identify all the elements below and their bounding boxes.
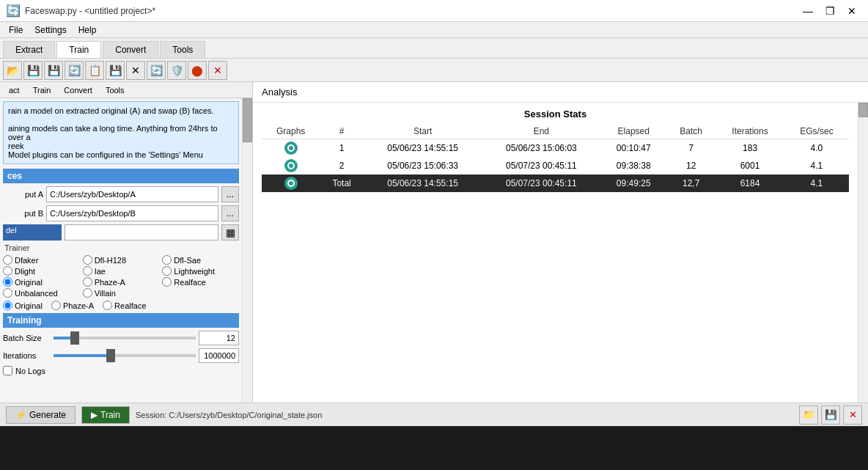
radio-villain[interactable]: Villain	[83, 288, 160, 298]
toolbar-btn-save3[interactable]: 💾	[106, 61, 125, 80]
graph-icon-inner-total	[287, 180, 295, 187]
cell-end-2: 05/07/23 00:45:11	[482, 157, 600, 175]
tab-tools[interactable]: Tools	[160, 41, 205, 58]
minimize-button[interactable]: —	[798, 4, 818, 18]
input-a-label: put A	[3, 190, 43, 199]
radio-dfl-h128[interactable]: Dfl-H128	[83, 255, 160, 265]
main-toolbar: 📂 💾 💾 🔄 📋 💾 ✕ 🔄 🛡️ ⬤ ✕	[0, 59, 868, 82]
graph-icon-total[interactable]	[284, 177, 298, 190]
toolbar-btn-save2[interactable]: 💾	[44, 61, 63, 80]
radio-original[interactable]: Original	[3, 277, 80, 287]
menu-file[interactable]: File	[3, 23, 29, 37]
col-start: Start	[364, 124, 482, 139]
left-scrollbar[interactable]	[242, 98, 252, 403]
train-button[interactable]: ▶ Train	[81, 406, 130, 424]
toolbar-btn-save[interactable]: 💾	[23, 61, 43, 80]
no-logs-checkbox[interactable]	[3, 366, 12, 375]
toolbar-btn-open[interactable]: 📂	[3, 61, 22, 80]
radio-lightweight[interactable]: Lightweight	[162, 266, 239, 276]
batch-size-slider[interactable]	[54, 337, 196, 339]
cell-egs-2: 4.1	[784, 157, 849, 175]
radio-phaze-a[interactable]: Phaze-A	[83, 277, 160, 287]
cell-egs-total: 4.1	[784, 175, 849, 192]
model-row: del ▦	[3, 224, 239, 240]
cell-graph-2	[262, 157, 320, 175]
cell-batch-total: 12,7	[666, 175, 716, 192]
analysis-tab-label: Analysis	[253, 82, 868, 103]
cell-batch-2: 12	[666, 157, 716, 175]
cell-iterations-1: 183	[716, 139, 784, 158]
iterations-slider[interactable]	[54, 354, 196, 357]
graph-icon-2[interactable]	[284, 159, 298, 172]
radio-dfaker[interactable]: Dfaker	[3, 255, 80, 265]
radio-dfl-sae[interactable]: Dfl-Sae	[162, 255, 239, 265]
left-sub-train[interactable]: Train	[27, 84, 57, 96]
radio2-realface[interactable]: Realface	[103, 301, 146, 310]
input-b-row: put B ...	[3, 205, 239, 221]
col-batch: Batch	[666, 124, 716, 139]
toolbar-btn-x[interactable]: ✕	[208, 61, 227, 80]
right-panel-scrollbar[interactable]	[858, 103, 868, 403]
maximize-button[interactable]: ❐	[820, 4, 840, 18]
toolbar-btn-circle[interactable]: ⬤	[188, 61, 207, 80]
train-icon: ▶	[91, 410, 98, 420]
right-panel-inner: Session Stats Graphs # Start End Elapsed…	[253, 103, 868, 403]
toolbar-btn-shield[interactable]: 🛡️	[167, 61, 186, 80]
radio-iae[interactable]: Iae	[83, 266, 160, 276]
left-panel: act Train Convert Tools rain a model on …	[0, 82, 253, 403]
toolbar-btn-new[interactable]: 📋	[85, 61, 104, 80]
radio-unbalanced[interactable]: Unbalanced	[3, 288, 80, 298]
iterations-value[interactable]	[199, 348, 239, 363]
input-a-field[interactable]	[46, 186, 218, 202]
no-logs-row: No Logs	[3, 366, 239, 375]
radio-realface[interactable]: Realface	[162, 277, 239, 287]
input-a-browse-btn[interactable]: ...	[221, 186, 239, 202]
toolbar-btn-reload[interactable]: 🔄	[147, 61, 166, 80]
window-title: Faceswap.py - <untitled project>*	[25, 6, 155, 16]
toolbar-btn-refresh[interactable]: 🔄	[65, 61, 84, 80]
info-line-1: rain a model on extracted original (A) a…	[8, 106, 234, 159]
cell-label-total: Total	[320, 175, 363, 192]
close-button[interactable]: ✕	[842, 4, 862, 18]
content-area: act Train Convert Tools rain a model on …	[0, 82, 868, 403]
save-icon-btn[interactable]: 💾	[821, 405, 840, 425]
close-icon-btn[interactable]: ✕	[843, 405, 862, 425]
toolbar-btn-close[interactable]: ✕	[126, 61, 145, 80]
left-sub-act[interactable]: act	[3, 84, 26, 96]
cell-graph-1	[262, 139, 320, 158]
stats-title: Session Stats	[262, 109, 849, 120]
input-b-field[interactable]	[46, 205, 218, 221]
cell-iterations-2: 6001	[716, 157, 784, 175]
right-scrollbar-thumb[interactable]	[858, 103, 868, 117]
col-egs: EGs/sec	[784, 124, 849, 139]
model-browse-btn[interactable]: ▦	[221, 224, 239, 240]
training-section: Training Batch Size Iterat	[3, 313, 239, 375]
left-sub-tools[interactable]: Tools	[100, 84, 130, 96]
tab-train[interactable]: Train	[56, 41, 101, 58]
radio-dlight[interactable]: Dlight	[3, 266, 80, 276]
no-logs-label: No Logs	[15, 367, 45, 375]
iterations-row: Iterations	[3, 348, 239, 363]
menu-help[interactable]: Help	[73, 23, 103, 37]
batch-size-value[interactable]	[199, 331, 239, 345]
left-content-scroll: rain a model on extracted original (A) a…	[0, 98, 242, 403]
input-b-browse-btn[interactable]: ...	[221, 205, 239, 221]
graph-icon-1[interactable]	[284, 142, 298, 155]
radio2-phaze-a[interactable]: Phaze-A	[51, 301, 94, 310]
train-label: Train	[100, 410, 120, 420]
menu-settings[interactable]: Settings	[29, 23, 72, 37]
radio2-original[interactable]: Original	[3, 301, 43, 310]
col-num: #	[320, 124, 363, 139]
left-scroll-thumb[interactable]	[243, 98, 252, 142]
tab-convert[interactable]: Convert	[103, 41, 158, 58]
cell-iterations-total: 6184	[716, 175, 784, 192]
tab-extract[interactable]: Extract	[3, 41, 55, 58]
cell-end-total: 05/07/23 00:45:11	[482, 175, 600, 192]
left-sub-convert[interactable]: Convert	[58, 84, 98, 96]
right-panel: Analysis Session Stats Graphs # Start En…	[253, 82, 868, 403]
left-submenu: act Train Convert Tools	[0, 82, 252, 98]
model-label-box: del	[3, 224, 62, 240]
folder-icon-btn[interactable]: 📁	[799, 405, 818, 425]
generate-button[interactable]: ⚡ Generate	[6, 406, 76, 424]
model-path-field[interactable]	[65, 224, 218, 240]
